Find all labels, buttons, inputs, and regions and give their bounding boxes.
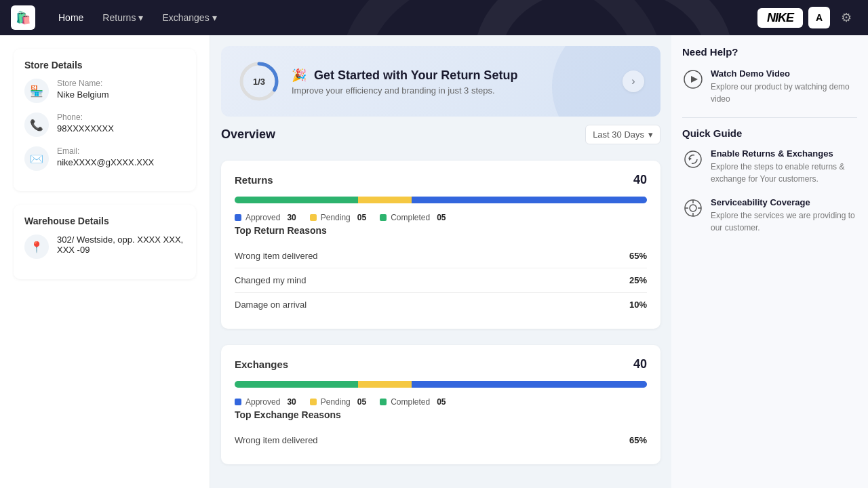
warehouse-address-item: 📍 302/ Westside, opp. XXXX XXX, XXX -09 <box>24 235 185 259</box>
main-content: 1/3 🎉 Get Started with Your Return Setup… <box>210 35 671 488</box>
guide-returns-title[interactable]: Enable Returns & Exchanges <box>711 148 857 159</box>
returns-total: 40 <box>633 173 647 187</box>
email-item: ✉️ Email: nikeXXXX@gXXXX.XXX <box>24 146 185 171</box>
guide-serviceability-desc: Explore the services we are providing to… <box>711 209 857 234</box>
setup-next-button[interactable]: › <box>623 70 644 92</box>
exchanges-card: Exchanges 40 Approved 30 Pending 05 <box>221 345 660 464</box>
returns-approved-count: 30 <box>287 213 296 222</box>
returns-reasons-title: Top Return Reasons <box>235 225 647 236</box>
returns-progress-bar <box>235 197 647 203</box>
setup-banner: 1/3 🎉 Get Started with Your Return Setup… <box>221 46 660 117</box>
email-icon: ✉️ <box>24 146 49 171</box>
returns-legend: Approved 30 Pending 05 Completed 05 <box>235 213 647 222</box>
navbar: 🛍️ Home Returns ▾ Exchanges ▾ NIKE A ⚙ <box>0 0 868 35</box>
setup-subtitle: Improve your efficiency and branding in … <box>292 85 612 96</box>
exchanges-legend: Approved 30 Pending 05 Completed 05 <box>235 397 647 407</box>
store-name-value: Nike Belgium <box>57 89 109 100</box>
returns-pending-legend: Pending 05 <box>310 213 366 222</box>
reason-row: Wrong item delivered 65% <box>235 244 647 268</box>
exchanges-approved-legend: Approved 30 <box>235 397 296 407</box>
phone-item: 📞 Phone: 98XXXXXXXX <box>24 113 185 137</box>
guide-item-serviceability: Serviceability Coverage Explore the serv… <box>682 197 857 234</box>
nav-links: Home Returns ▾ Exchanges ▾ <box>52 8 741 27</box>
returns-pending-bar <box>358 197 412 203</box>
phone-label: Phone: <box>57 113 114 122</box>
pending-dot <box>310 214 317 221</box>
quick-guide-title: Quick Guide <box>682 127 857 139</box>
completed-dot <box>380 399 387 405</box>
guide-returns-desc: Explore the steps to enable returns & ex… <box>711 161 857 185</box>
returns-completed-legend: Completed 05 <box>380 213 446 222</box>
guide-item-returns: Enable Returns & Exchanges Explore the s… <box>682 148 857 185</box>
left-sidebar: Store Details 🏪 Store Name: Nike Belgium… <box>0 35 210 488</box>
exchanges-approved-count: 30 <box>287 397 296 407</box>
overview-header: Overview Last 30 Days ▾ <box>221 125 660 144</box>
date-filter-dropdown[interactable]: Last 30 Days ▾ <box>585 125 660 144</box>
progress-ring: 1/3 <box>237 60 281 103</box>
exchanges-completed-legend: Completed 05 <box>380 397 446 407</box>
nav-returns[interactable]: Returns ▾ <box>96 8 150 27</box>
approved-dot <box>235 214 241 221</box>
exchanges-completed-bar <box>412 381 647 388</box>
warehouse-address: 302/ Westside, opp. XXXX XXX, XXX -09 <box>57 235 185 255</box>
warehouse-section-title: Warehouse Details <box>24 216 185 226</box>
returns-label: Returns <box>235 174 273 186</box>
returns-completed-count: 05 <box>437 213 446 222</box>
exchanges-reasons-title: Top Exchange Reasons <box>235 409 647 420</box>
watch-demo-item: Watch Demo Video Explore our product by … <box>682 68 857 105</box>
guide-serviceability-title[interactable]: Serviceability Coverage <box>711 197 857 207</box>
email-value: nikeXXXX@gXXXX.XXX <box>57 157 154 167</box>
returns-approved-bar <box>235 197 358 203</box>
email-label: Email: <box>57 146 154 156</box>
avatar[interactable]: A <box>808 7 830 28</box>
right-sidebar: Need Help? Watch Demo Video Explore our … <box>671 35 868 488</box>
need-help-title: Need Help? <box>682 46 857 58</box>
nike-logo: NIKE <box>757 8 803 28</box>
exchanges-reasons: Top Exchange Reasons Wrong item delivere… <box>235 409 647 452</box>
exchanges-pending-bar <box>358 381 412 388</box>
exchanges-label: Exchanges <box>235 359 288 370</box>
overview-title: Overview <box>221 127 275 142</box>
play-icon[interactable] <box>682 68 704 90</box>
svg-marker-3 <box>691 76 698 83</box>
svg-point-7 <box>690 205 696 211</box>
serviceability-icon <box>682 197 704 219</box>
store-icon: 🏪 <box>24 79 49 103</box>
location-icon: 📍 <box>24 235 49 259</box>
returns-pending-count: 05 <box>357 213 366 222</box>
nav-right: NIKE A ⚙ <box>757 7 857 28</box>
nav-exchanges[interactable]: Exchanges ▾ <box>155 8 223 27</box>
exchanges-pending-legend: Pending 05 <box>310 397 366 407</box>
chevron-down-icon: ▾ <box>138 12 143 23</box>
setup-title: 🎉 Get Started with Your Return Setup <box>292 68 612 83</box>
divider <box>682 117 857 118</box>
store-name-item: 🏪 Store Name: Nike Belgium <box>24 79 185 103</box>
app-logo[interactable]: 🛍️ <box>11 5 35 30</box>
exchanges-completed-count: 05 <box>437 397 446 407</box>
reason-row: Changed my mind 25% <box>235 268 647 293</box>
exchanges-total: 40 <box>633 357 647 371</box>
page-layout: Store Details 🏪 Store Name: Nike Belgium… <box>0 35 868 488</box>
reason-row: Wrong item delivered 65% <box>235 428 647 452</box>
chevron-down-icon: ▾ <box>212 12 217 23</box>
phone-icon: 📞 <box>24 113 49 137</box>
store-name-label: Store Name: <box>57 79 109 88</box>
watch-demo-desc: Explore our product by watching demo vid… <box>711 81 857 105</box>
returns-card: Returns 40 Approved 30 Pending 05 <box>221 161 660 329</box>
progress-label: 1/3 <box>253 77 265 87</box>
svg-marker-5 <box>689 157 692 161</box>
pending-dot <box>310 399 317 405</box>
phone-value: 98XXXXXXXX <box>57 123 114 134</box>
returns-completed-bar <box>412 197 647 203</box>
exchanges-approved-bar <box>235 381 358 388</box>
exchanges-progress-bar <box>235 381 647 388</box>
returns-guide-icon <box>682 148 704 170</box>
warehouse-details-card: Warehouse Details 📍 302/ Westside, opp. … <box>14 205 196 279</box>
nav-home[interactable]: Home <box>52 8 90 27</box>
watch-demo-title[interactable]: Watch Demo Video <box>711 68 857 79</box>
gear-icon[interactable]: ⚙ <box>835 7 857 28</box>
svg-point-4 <box>685 151 701 167</box>
returns-reasons: Top Return Reasons Wrong item delivered … <box>235 225 647 317</box>
chevron-down-icon: ▾ <box>648 129 653 140</box>
returns-approved-legend: Approved 30 <box>235 213 296 222</box>
